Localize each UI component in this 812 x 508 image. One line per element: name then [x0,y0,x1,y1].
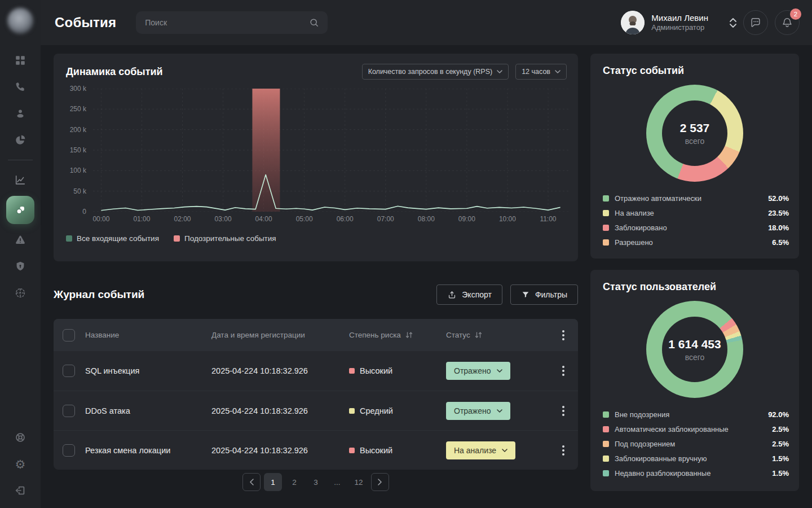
page-button[interactable]: 12 [350,473,368,491]
export-button[interactable]: Экспорт [436,284,502,305]
page-button[interactable]: 3 [307,473,325,491]
event-datetime: 2025-04-224 10:18:32.926 [211,366,349,375]
column-risk[interactable]: Степень риска [349,331,446,339]
row-menu-kebab[interactable] [562,406,564,416]
legend-swatch [603,441,609,447]
search-icon[interactable] [308,17,320,28]
line-chart-icon [14,174,27,186]
legend-percent: 1.5% [772,454,789,463]
risk-swatch [349,448,355,453]
users-status-title: Статус пользователей [590,270,799,293]
sort-icon[interactable] [405,331,413,339]
event-datetime: 2025-04-224 10:18:32.926 [211,406,349,415]
messages-button[interactable] [743,10,768,35]
legend-swatch [603,195,609,202]
user-menu-expander[interactable] [730,18,736,28]
page-button[interactable]: 1 [264,473,282,491]
x-tick-label: 08:00 [418,215,435,223]
legend-percent: 1.5% [772,469,789,478]
column-name[interactable]: Название [85,331,211,339]
metric-dropdown[interactable]: Количество запросов в секунду (RPS) [362,64,509,80]
page-button[interactable]: 2 [285,473,303,491]
sidebar: ⚙ [0,0,41,508]
row-menu-kebab[interactable] [562,366,564,376]
app-logo[interactable] [7,8,33,34]
column-datetime[interactable]: Дата и время регистрации [211,331,349,339]
donut-total-label: всего [685,353,705,362]
export-icon [447,290,457,300]
events-status-donut: 2 537 всего [646,85,743,182]
chevron-right-icon [378,479,382,485]
row-checkbox[interactable] [63,365,75,377]
x-tick-label: 05:00 [296,215,313,223]
row-checkbox[interactable] [63,444,75,457]
events-status-title: Статус событий [590,54,799,77]
table-menu-kebab[interactable] [562,330,564,340]
x-tick-label: 02:00 [174,215,191,223]
sidebar-item-users[interactable] [10,103,31,124]
legend-label: Под подозрением [615,440,675,448]
filters-button[interactable]: Фильтры [510,284,578,305]
sidebar-item-security[interactable] [10,256,31,277]
legend-item: Недавно разблокированные1.5% [603,466,789,480]
status-dropdown[interactable]: Отражено [446,402,510,420]
user-info[interactable]: Михаил Левин Администратор [651,13,708,33]
sidebar-item-network[interactable] [10,282,31,304]
sidebar-item-alerts[interactable] [10,229,31,251]
events-dynamics-card: Динамика событий Количество запросов в с… [54,54,578,261]
legend-percent: 18.0% [768,224,789,232]
table-row: Резкая смена локации2025-04-224 10:18:32… [54,430,578,470]
sidebar-item-settings[interactable]: ⚙ [10,453,31,475]
logout-icon [14,484,27,497]
row-menu-kebab[interactable] [562,445,564,456]
legend-swatch [603,470,609,476]
chevron-down-icon [502,449,508,452]
x-axis-labels: 00:0001:0002:0003:0004:0005:0006:0007:00… [93,215,568,226]
status-dropdown[interactable]: На анализе [446,441,515,459]
status-label: На анализе [454,446,496,455]
pagination: 123...12 [54,473,578,491]
phone-icon [14,81,27,93]
select-all-checkbox[interactable] [63,329,75,341]
avatar[interactable] [621,11,645,34]
next-page-button[interactable] [371,473,389,491]
sidebar-item-support[interactable] [10,427,31,448]
column-status[interactable]: Статус [446,331,559,339]
events-status-legend: Отражено автоматически52.0%На анализе23.… [603,191,789,249]
prev-page-button[interactable] [242,473,261,491]
events-table: Название Дата и время регистрации Степен… [54,319,578,470]
row-checkbox[interactable] [63,405,75,417]
sidebar-item-analytics[interactable] [10,169,31,191]
search-box [136,11,328,34]
grid-icon [14,54,27,67]
status-dropdown[interactable]: Отражено [446,362,510,380]
sidebar-item-events[interactable] [6,196,34,224]
search-input[interactable] [136,11,328,34]
legend-item: На анализе23.5% [603,205,789,220]
legend-item: Отражено автоматически52.0% [603,191,789,205]
user-role: Администратор [651,23,708,32]
user-icon [14,107,27,120]
gear-icon: ⚙ [15,458,26,470]
chevron-down-icon [555,70,561,73]
incoming-events-line [101,175,560,211]
warning-icon [14,234,27,246]
status-label: Отражено [454,366,491,375]
metric-dropdown-value: Количество запросов в секунду (RPS) [368,68,493,76]
sidebar-item-calls[interactable] [10,76,31,98]
legend-label: На анализе [615,209,654,217]
range-dropdown[interactable]: 12 часов [515,64,567,80]
sidebar-item-dashboard[interactable] [10,50,31,71]
x-tick-label: 10:00 [499,215,516,223]
plot-area[interactable] [93,89,568,212]
legend-label: Подозрительные события [184,234,276,243]
sidebar-item-reports[interactable] [10,129,31,151]
legend-swatch [603,239,609,246]
table-header-row: Название Дата и время регистрации Степен… [54,319,578,351]
sidebar-item-logout[interactable] [10,480,31,501]
legend-swatch [603,411,609,418]
line-chart-svg [93,89,568,212]
sort-icon[interactable] [474,331,483,339]
legend-item: Заблокировано18.0% [603,220,789,235]
notifications-button[interactable]: 2 [775,10,800,35]
